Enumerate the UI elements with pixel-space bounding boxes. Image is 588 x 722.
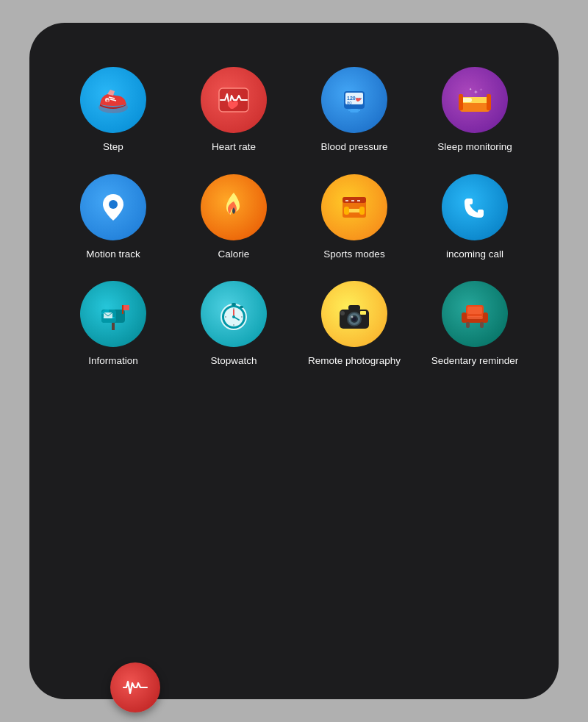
svg-rect-25 bbox=[343, 197, 366, 203]
svg-rect-18 bbox=[459, 94, 463, 110]
svg-rect-65 bbox=[467, 316, 483, 319]
motion-track-label: Motion track bbox=[86, 248, 140, 261]
camera-icon bbox=[321, 281, 387, 347]
heart-rate-icon bbox=[201, 67, 267, 133]
app-incoming-call[interactable]: incoming call bbox=[420, 174, 529, 261]
incoming-call-label: incoming call bbox=[446, 248, 503, 261]
svg-rect-26 bbox=[348, 209, 360, 212]
app-blood-pressure[interactable]: 120 80 Blood pressure bbox=[300, 67, 409, 154]
svg-point-58 bbox=[340, 311, 345, 315]
app-remote-photography[interactable]: Remote photography bbox=[300, 281, 409, 368]
location-icon bbox=[80, 174, 146, 240]
sleep-icon: ✦ ✦ ✦ bbox=[442, 67, 508, 133]
svg-rect-62 bbox=[483, 312, 488, 323]
svg-rect-37 bbox=[123, 305, 129, 310]
remote-photography-label: Remote photography bbox=[308, 354, 401, 368]
svg-rect-15 bbox=[460, 101, 490, 112]
step-icon: ★ bbox=[80, 67, 146, 133]
stopwatch-label: Stopwatch bbox=[210, 354, 257, 368]
svg-rect-12 bbox=[350, 109, 359, 112]
sports-modes-label: Sports modes bbox=[323, 248, 384, 261]
sleep-monitoring-label: Sleep monitoring bbox=[437, 140, 512, 154]
blood-pressure-label: Blood pressure bbox=[321, 140, 388, 154]
device-frame: ★ Step Heart rate bbox=[29, 23, 559, 699]
svg-rect-64 bbox=[480, 322, 484, 328]
svg-point-23 bbox=[109, 200, 118, 209]
app-information[interactable]: Information bbox=[59, 281, 168, 368]
svg-point-45 bbox=[232, 315, 235, 318]
heart-monitor-button[interactable] bbox=[110, 662, 160, 712]
svg-rect-57 bbox=[360, 311, 366, 315]
sedentary-reminder-label: Sedentary reminder bbox=[431, 354, 519, 368]
chair-icon bbox=[442, 281, 508, 347]
svg-rect-19 bbox=[487, 94, 491, 110]
app-stopwatch[interactable]: Stopwatch bbox=[179, 281, 288, 368]
svg-rect-27 bbox=[344, 207, 349, 215]
calorie-label: Calorie bbox=[218, 248, 250, 261]
svg-rect-61 bbox=[462, 312, 467, 323]
app-step[interactable]: ★ Step bbox=[59, 67, 168, 154]
svg-point-55 bbox=[351, 316, 354, 318]
mailbox-icon bbox=[80, 281, 146, 347]
svg-rect-17 bbox=[462, 98, 472, 102]
svg-rect-41 bbox=[232, 303, 236, 306]
step-label: Step bbox=[103, 140, 123, 154]
svg-text:✦: ✦ bbox=[479, 87, 483, 92]
app-heart-rate[interactable]: Heart rate bbox=[179, 67, 288, 154]
svg-rect-36 bbox=[122, 305, 123, 314]
heart-rate-label: Heart rate bbox=[212, 140, 256, 154]
svg-text:120: 120 bbox=[347, 96, 356, 101]
app-sedentary-reminder[interactable]: Sedentary reminder bbox=[420, 281, 529, 368]
fire-icon bbox=[201, 174, 267, 240]
app-calorie[interactable]: Calorie bbox=[179, 174, 288, 261]
svg-text:✦: ✦ bbox=[469, 87, 472, 91]
app-grid: ★ Step Heart rate bbox=[59, 67, 529, 368]
app-sleep-monitoring[interactable]: ✦ ✦ ✦ Sleep monitoring bbox=[420, 67, 529, 154]
information-label: Information bbox=[88, 354, 138, 368]
svg-rect-56 bbox=[348, 305, 360, 310]
blood-pressure-icon: 120 80 bbox=[321, 67, 387, 133]
heart-monitor-icon bbox=[122, 674, 148, 701]
app-motion-track[interactable]: Motion track bbox=[59, 174, 168, 261]
svg-rect-63 bbox=[466, 322, 470, 328]
svg-text:✦: ✦ bbox=[473, 89, 478, 96]
svg-rect-66 bbox=[467, 307, 482, 314]
svg-rect-28 bbox=[359, 207, 365, 215]
stopwatch-icon bbox=[201, 281, 267, 347]
sports-icon bbox=[321, 174, 387, 240]
svg-text:80: 80 bbox=[347, 101, 352, 105]
phone-icon bbox=[442, 174, 508, 240]
svg-rect-42 bbox=[240, 306, 243, 308]
app-sports-modes[interactable]: Sports modes bbox=[300, 174, 409, 261]
